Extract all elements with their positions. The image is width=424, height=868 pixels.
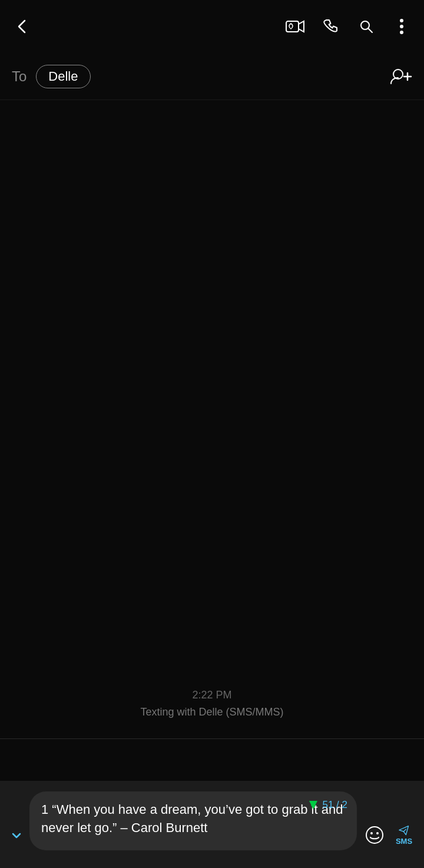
timestamp: 2:22 PM [12,689,412,701]
to-label: To [12,68,26,85]
add-contact-button[interactable] [390,67,412,86]
to-row: To Delle [0,53,424,100]
top-bar-right [285,16,412,37]
svg-point-4 [400,25,403,28]
svg-point-9 [366,827,383,843]
video-call-button[interactable] [285,16,306,37]
message-area: 2:22 PM Texting with Delle (SMS/MMS) [0,100,424,738]
svg-line-2 [369,29,373,33]
message-input[interactable]: 51 / 2 1 “When you have a dream, you’ve … [29,791,357,850]
message-text[interactable]: 1 “When you have a dream, you’ve got to … [41,801,345,837]
expand-button[interactable] [9,828,22,850]
texting-with-label: Texting with Delle (SMS/MMS) [12,706,412,727]
top-bar [0,0,424,53]
char-count: 51 / 2 [307,799,347,811]
send-label: SMS [396,837,412,846]
input-actions: SMS [364,824,415,850]
svg-line-12 [403,829,406,831]
send-sms-button[interactable]: SMS [393,824,415,846]
arrow-down-icon [307,799,320,811]
input-area: 51 / 2 1 “When you have a dream, you’ve … [0,781,424,868]
more-options-button[interactable] [391,16,412,37]
recipient-chip[interactable]: Delle [36,65,90,88]
svg-point-3 [400,19,403,22]
phone-call-button[interactable] [320,16,342,37]
emoji-button[interactable] [364,824,385,846]
back-button[interactable] [12,16,33,37]
top-bar-left [12,16,33,37]
divider [0,738,424,739]
search-button[interactable] [356,16,377,37]
svg-point-5 [400,31,403,34]
svg-point-11 [376,832,379,834]
svg-point-10 [370,832,373,834]
